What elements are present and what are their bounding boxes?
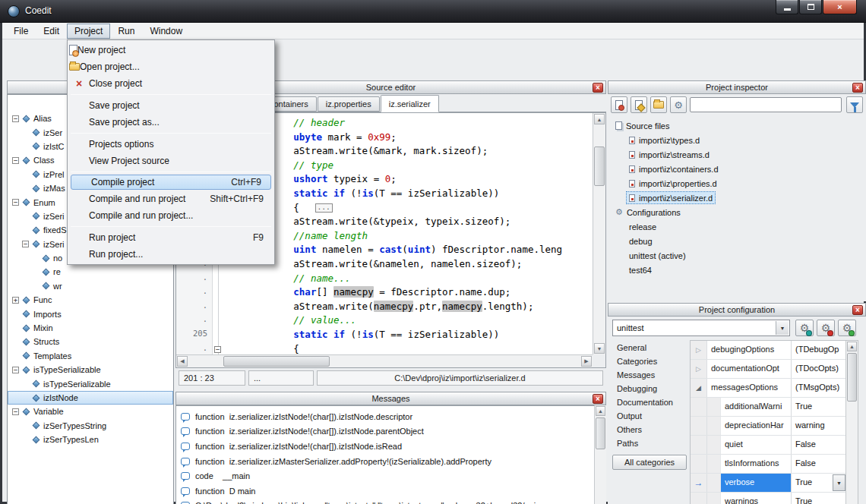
- maximize-button[interactable]: [799, 0, 822, 14]
- menu-item-compile-and-run-project[interactable]: Compile and run projectShift+Ctrl+F9: [69, 191, 273, 207]
- dropdown-icon[interactable]: [776, 321, 789, 335]
- category-general[interactable]: General: [612, 341, 687, 354]
- messages-scrollbar[interactable]: [594, 405, 606, 504]
- collapse-icon[interactable]: −: [12, 115, 19, 122]
- property-row-additionalwarni[interactable]: additionalWarniTrue: [691, 398, 858, 417]
- fold-collapse-icon[interactable]: −: [214, 346, 221, 353]
- inspector-source-files[interactable]: Source files: [608, 118, 866, 133]
- scroll-right-button[interactable]: [581, 356, 592, 367]
- config-add-button[interactable]: [838, 320, 856, 336]
- category-list[interactable]: GeneralCategoriesMessagesDebuggingDocume…: [612, 341, 687, 450]
- tab-iz-properties[interactable]: iz.properties: [318, 96, 380, 112]
- menu-item-save-project-as[interactable]: Save project as...: [69, 114, 273, 131]
- value-dropdown-button[interactable]: [833, 474, 845, 491]
- symbol-izsertypesstring[interactable]: izSerTypesString: [8, 419, 173, 433]
- close-configuration-panel-button[interactable]: [852, 305, 863, 315]
- collapse-icon[interactable]: ◢: [696, 384, 701, 392]
- message-row[interactable]: code __main: [176, 468, 605, 484]
- inspector-tree[interactable]: Source filesimport\iz\types.dimport\iz\s…: [608, 115, 866, 301]
- editor-vertical-scrollbar[interactable]: [593, 113, 605, 354]
- property-row-tlsinformations[interactable]: tlsInformationsFalse: [691, 455, 858, 474]
- inspector-debug[interactable]: debug: [608, 234, 866, 248]
- horizontal-scrollbar-thumb[interactable]: [223, 356, 330, 367]
- category-output[interactable]: Output: [612, 409, 687, 423]
- menu-project[interactable]: Project: [67, 24, 110, 39]
- symbol-imports[interactable]: Imports: [8, 307, 173, 320]
- tab-iz-serializer[interactable]: iz.serializer: [381, 95, 439, 112]
- filter-button[interactable]: [846, 96, 863, 113]
- close-editor-panel-button[interactable]: [593, 83, 603, 93]
- collapse-icon[interactable]: −: [12, 199, 19, 206]
- property-row-verbose[interactable]: →verboseTrue: [691, 474, 858, 493]
- config-sync-button[interactable]: [795, 320, 814, 336]
- collapse-icon[interactable]: −: [12, 157, 19, 164]
- configuration-select[interactable]: unittest: [612, 320, 790, 336]
- titlebar[interactable]: Coedit: [0, 0, 866, 23]
- editor-horizontal-scrollbar[interactable]: [176, 354, 593, 367]
- config-remove-button[interactable]: [817, 320, 835, 336]
- menu-item-open-project[interactable]: Open project...: [69, 58, 273, 75]
- message-row[interactable]: function iz.serializer.izIstNode!(char[]…: [176, 439, 605, 454]
- inspector-import-iz-types-d[interactable]: import\iz\types.d: [608, 133, 866, 147]
- menu-run[interactable]: Run: [110, 24, 142, 39]
- messages-list[interactable]: function iz.serializer.izIstNode!(char[]…: [175, 405, 606, 504]
- inspector-import-iz-serializer-d[interactable]: import\iz\serializer.d: [608, 191, 866, 205]
- scrollbar-thumb[interactable]: [596, 417, 605, 449]
- collapse-icon[interactable]: −: [12, 408, 19, 415]
- menu-item-compile-and-run-project[interactable]: Compile and run project...: [69, 207, 273, 224]
- symbol-structs[interactable]: Structs: [8, 335, 173, 348]
- expand-icon[interactable]: ▷: [696, 346, 701, 354]
- property-row-quiet[interactable]: quietFalse: [691, 436, 858, 455]
- property-row-documentationopt[interactable]: ▷documentationOpt(TDocOpts): [691, 360, 858, 379]
- message-row[interactable]: function iz.serializer.izMasterSerialize…: [176, 454, 605, 469]
- inspector-import-iz-containers-d[interactable]: import\iz\containers.d: [608, 162, 866, 176]
- code-area[interactable]: // header ubyte mark = 0x99; aStream.wri…: [223, 113, 593, 354]
- inspector-unittest-active[interactable]: unittest (active): [608, 248, 866, 263]
- category-categories[interactable]: Categories: [612, 354, 687, 368]
- message-row[interactable]: C:\Dev\dmd2\windows\bin\link.exe "temp\i…: [176, 499, 605, 504]
- scroll-up-button[interactable]: [594, 114, 605, 124]
- property-row-debugingoptions[interactable]: ▷debugingOptions(TDebugOp: [691, 341, 858, 360]
- property-row-messagesoptions[interactable]: ◢messagesOptions(TMsgOpts): [691, 379, 858, 398]
- all-categories-button[interactable]: All categories: [612, 455, 687, 470]
- open-folder-button[interactable]: [650, 96, 667, 113]
- message-row[interactable]: function iz.serializer.izIstNode!(char[]…: [176, 409, 605, 424]
- menu-window[interactable]: Window: [142, 24, 190, 39]
- symbol-re[interactable]: re: [8, 265, 173, 279]
- property-row-depreciationhar[interactable]: depreciationHarwarning: [691, 417, 858, 436]
- minimize-button[interactable]: [776, 0, 798, 14]
- category-paths[interactable]: Paths: [612, 436, 687, 450]
- menu-item-save-project[interactable]: Save project: [69, 97, 273, 114]
- symbol-istypeserializable[interactable]: isTypeSerializable: [8, 376, 173, 390]
- menu-item-close-project[interactable]: Close project: [69, 75, 273, 92]
- inspector-test64[interactable]: test64: [608, 263, 866, 277]
- vertical-scrollbar-thumb[interactable]: [594, 146, 605, 186]
- category-messages[interactable]: Messages: [612, 368, 687, 382]
- menu-item-projects-options[interactable]: Projects options: [69, 136, 273, 153]
- property-grid[interactable]: ▷debugingOptions(TDebugOp▷documentationO…: [690, 340, 858, 504]
- message-row[interactable]: function iz.serializer.izIstNode!(char[]…: [176, 424, 605, 439]
- menu-item-view-project-source[interactable]: View Project source: [69, 153, 273, 169]
- close-button[interactable]: [823, 0, 857, 14]
- message-row[interactable]: function D main: [176, 484, 605, 499]
- category-documentation[interactable]: Documentation: [612, 395, 687, 409]
- symbol-izistnode[interactable]: izIstNode: [8, 391, 173, 405]
- new-source-button[interactable]: [611, 96, 627, 113]
- scroll-down-button[interactable]: [594, 343, 605, 354]
- close-messages-panel-button[interactable]: [593, 394, 603, 404]
- category-debugging[interactable]: Debugging: [612, 382, 687, 395]
- inspector-release[interactable]: release: [608, 219, 866, 234]
- symbol-istypeserializable[interactable]: −isTypeSerializable: [8, 363, 173, 376]
- symbol-templates[interactable]: Templates: [8, 349, 173, 363]
- inspector-import-iz-properties-d[interactable]: import\iz\properties.d: [608, 176, 866, 191]
- inspector-configurations[interactable]: Configurations: [608, 205, 866, 219]
- collapse-icon[interactable]: −: [22, 241, 29, 247]
- property-row-warnings[interactable]: warningsTrue: [691, 493, 858, 504]
- menu-item-new-project[interactable]: New project: [69, 42, 273, 58]
- menu-file[interactable]: File: [6, 24, 36, 39]
- category-others[interactable]: Others: [612, 423, 687, 436]
- expand-icon[interactable]: ▷: [696, 365, 701, 373]
- add-source-button[interactable]: [631, 96, 647, 113]
- symbol-wr[interactable]: wr: [8, 279, 173, 293]
- symbol-mixin[interactable]: Mixin: [8, 321, 173, 335]
